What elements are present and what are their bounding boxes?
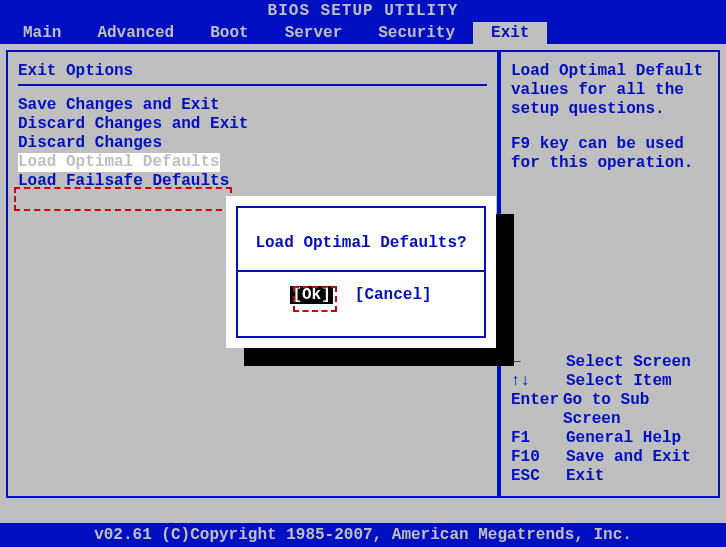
menu-security[interactable]: Security [360,22,473,44]
right-panel: Load Optimal Default values for all the … [499,50,720,498]
keyhint-row: F10Save and Exit [511,448,708,467]
option-load-optimal[interactable]: Load Optimal Defaults [18,153,220,172]
key-hints: ←Select Screen ↑↓Select Item EnterGo to … [511,353,708,486]
keyhint-label: General Help [566,429,681,448]
menubar: Main Advanced Boot Server Security Exit [0,22,726,44]
keyhint-key: ← [511,353,566,372]
keyhint-label: Select Screen [566,353,691,372]
help-description: Load Optimal Default values for all the … [511,62,708,119]
annotation-highlight-ok [293,286,337,312]
annotation-highlight-option [14,187,232,211]
menu-boot[interactable]: Boot [192,22,266,44]
keyhint-row: ↑↓Select Item [511,372,708,391]
keyhint-label: Save and Exit [566,448,691,467]
exit-options-heading: Exit Options [18,62,487,80]
keyhint-key: F10 [511,448,566,467]
keyhint-key: Enter [511,391,563,429]
main-area: Exit Options Save Changes and Exit Disca… [0,44,726,523]
keyhint-row: EnterGo to Sub Screen [511,391,708,429]
keyhint-key: ↑↓ [511,372,566,391]
keyhint-row: F1General Help [511,429,708,448]
keyhint-row: ESCExit [511,467,708,486]
menu-main[interactable]: Main [5,22,79,44]
menu-advanced[interactable]: Advanced [79,22,192,44]
cancel-button[interactable]: [Cancel] [355,286,432,304]
keyhint-label: Go to Sub Screen [563,391,708,429]
dialog-message: Load Optimal Defaults? [238,208,484,270]
help-description2: F9 key can be used for this operation. [511,135,708,173]
keyhint-key: ESC [511,467,566,486]
divider [18,84,487,86]
menu-exit[interactable]: Exit [473,22,547,44]
keyhint-label: Select Item [566,372,672,391]
keyhint-row: ←Select Screen [511,353,708,372]
option-save-exit[interactable]: Save Changes and Exit [18,96,487,115]
bios-title: BIOS SETUP UTILITY [0,0,726,22]
option-discard-exit[interactable]: Discard Changes and Exit [18,115,487,134]
menu-server[interactable]: Server [267,22,361,44]
option-discard[interactable]: Discard Changes [18,134,487,153]
footer-copyright: v02.61 (C)Copyright 1985-2007, American … [0,523,726,547]
confirm-dialog: Load Optimal Defaults? [Ok] [Cancel] [226,196,496,348]
keyhint-key: F1 [511,429,566,448]
keyhint-label: Exit [566,467,604,486]
